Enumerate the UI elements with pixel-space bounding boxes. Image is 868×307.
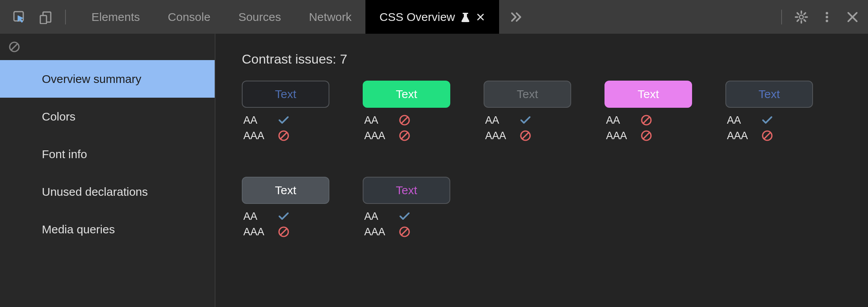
contrast-rating-row: AA <box>242 112 329 128</box>
rating-label: AA <box>243 114 277 126</box>
devtools-toolbar: Elements Console Sources Network CSS Ove… <box>0 0 868 34</box>
inspect-element-icon[interactable] <box>12 9 27 25</box>
rating-label: AAA <box>243 130 277 142</box>
tab-css-overview[interactable]: CSS Overview <box>365 0 499 34</box>
tab-label: CSS Overview <box>379 10 455 24</box>
tab-label: Sources <box>238 10 281 24</box>
contrast-rating-row: AAA <box>604 128 692 143</box>
sidebar-item-label: Font info <box>42 148 87 161</box>
kebab-menu-icon[interactable] <box>819 9 835 25</box>
sidebar-item-overview-summary[interactable]: Overview summary <box>0 60 215 98</box>
no-symbol-icon <box>640 129 653 142</box>
rating-label: AA <box>727 114 761 126</box>
rating-label: AAA <box>606 130 640 142</box>
swatch-preview[interactable]: Text <box>363 177 450 204</box>
contrast-swatch[interactable]: TextAAAAA <box>242 81 329 143</box>
settings-gear-icon[interactable] <box>794 9 809 25</box>
contrast-rating-row: AAA <box>363 224 450 240</box>
contrast-rating-row: AA <box>725 112 813 128</box>
sidebar-item-unused-declarations[interactable]: Unused declarations <box>0 173 215 210</box>
contrast-rating-row: AA <box>604 112 692 128</box>
sidebar-item-font-info[interactable]: Font info <box>0 135 215 173</box>
contrast-swatch[interactable]: TextAAAAA <box>484 81 571 143</box>
contrast-rating-row: AAA <box>242 128 329 143</box>
sidebar-clear-button[interactable] <box>0 34 215 60</box>
sidebar-item-label: Media queries <box>42 223 115 236</box>
sidebar-item-media-queries[interactable]: Media queries <box>0 210 215 248</box>
swatch-preview[interactable]: Text <box>363 81 450 108</box>
contrast-rating-row: AAA <box>363 128 450 143</box>
sidebar-item-label: Colors <box>42 110 76 123</box>
more-tabs-button[interactable] <box>499 11 533 23</box>
no-symbol-icon <box>398 129 411 142</box>
contrast-swatch[interactable]: TextAAAAA <box>725 81 813 143</box>
tab-label: Console <box>168 10 210 24</box>
no-symbol-icon <box>277 226 290 238</box>
tab-close-button[interactable] <box>476 12 485 22</box>
css-overview-content: Contrast issues: 7 TextAAAAATextAAAAATex… <box>215 34 868 307</box>
contrast-swatches-grid: TextAAAAATextAAAAATextAAAAATextAAAAAText… <box>242 81 842 240</box>
swatch-text: Text <box>275 88 296 101</box>
swatch-text: Text <box>517 88 538 101</box>
tab-label: Elements <box>91 10 140 24</box>
rating-label: AAA <box>727 130 761 142</box>
swatch-text: Text <box>396 88 417 101</box>
sidebar-item-label: Overview summary <box>42 72 141 86</box>
sidebar-item-colors[interactable]: Colors <box>0 98 215 135</box>
tab-network[interactable]: Network <box>295 0 365 34</box>
check-icon <box>519 114 532 126</box>
swatch-text: Text <box>637 88 659 101</box>
contrast-swatch[interactable]: TextAAAAA <box>363 177 450 240</box>
beaker-icon <box>460 12 470 22</box>
swatch-preview[interactable]: Text <box>242 81 329 108</box>
contrast-swatch[interactable]: TextAAAAA <box>604 81 692 143</box>
contrast-rating-row: AA <box>242 209 329 224</box>
contrast-swatch[interactable]: TextAAAAA <box>242 177 329 240</box>
rating-label: AAA <box>485 130 519 142</box>
contrast-issues-heading: Contrast issues: 7 <box>242 52 842 67</box>
swatch-preview[interactable]: Text <box>604 81 692 108</box>
check-icon <box>761 114 773 126</box>
no-symbol-icon <box>277 129 290 142</box>
no-symbol-icon <box>761 129 773 142</box>
contrast-rating-row: AA <box>484 112 571 128</box>
panel-tabs: Elements Console Sources Network CSS Ove… <box>78 0 499 34</box>
tab-elements[interactable]: Elements <box>78 0 154 34</box>
check-icon <box>277 210 290 222</box>
device-toolbar-icon[interactable] <box>38 9 53 25</box>
rating-label: AA <box>485 114 519 126</box>
rating-label: AAA <box>364 226 398 238</box>
contrast-rating-row: AAA <box>725 128 813 143</box>
contrast-rating-row: AAA <box>242 224 329 240</box>
rating-label: AAA <box>364 130 398 142</box>
swatch-preview[interactable]: Text <box>725 81 813 108</box>
tab-label: Network <box>309 10 351 24</box>
sidebar-item-label: Unused declarations <box>42 185 148 198</box>
close-devtools-icon[interactable] <box>845 9 860 25</box>
swatch-preview[interactable]: Text <box>484 81 571 108</box>
check-icon <box>398 210 411 222</box>
contrast-rating-row: AA <box>363 112 450 128</box>
no-symbol-icon <box>519 129 532 142</box>
rating-label: AA <box>243 210 277 222</box>
toolbar-divider <box>781 10 782 24</box>
rating-label: AA <box>364 114 398 126</box>
swatch-text: Text <box>396 184 417 197</box>
contrast-swatch[interactable]: TextAAAAA <box>363 81 450 143</box>
check-icon <box>277 114 290 126</box>
contrast-rating-row: AA <box>363 209 450 224</box>
toolbar-divider <box>65 10 66 24</box>
no-symbol-icon <box>640 114 653 126</box>
rating-label: AAA <box>243 226 277 238</box>
no-symbol-icon <box>398 226 411 238</box>
swatch-text: Text <box>758 88 780 101</box>
css-overview-sidebar: Overview summary Colors Font info Unused… <box>0 34 215 307</box>
tab-sources[interactable]: Sources <box>224 0 295 34</box>
no-symbol-icon <box>398 114 411 126</box>
rating-label: AA <box>364 210 398 222</box>
swatch-text: Text <box>275 184 296 197</box>
tab-console[interactable]: Console <box>154 0 224 34</box>
swatch-preview[interactable]: Text <box>242 177 329 204</box>
contrast-rating-row: AAA <box>484 128 571 143</box>
rating-label: AA <box>606 114 640 126</box>
